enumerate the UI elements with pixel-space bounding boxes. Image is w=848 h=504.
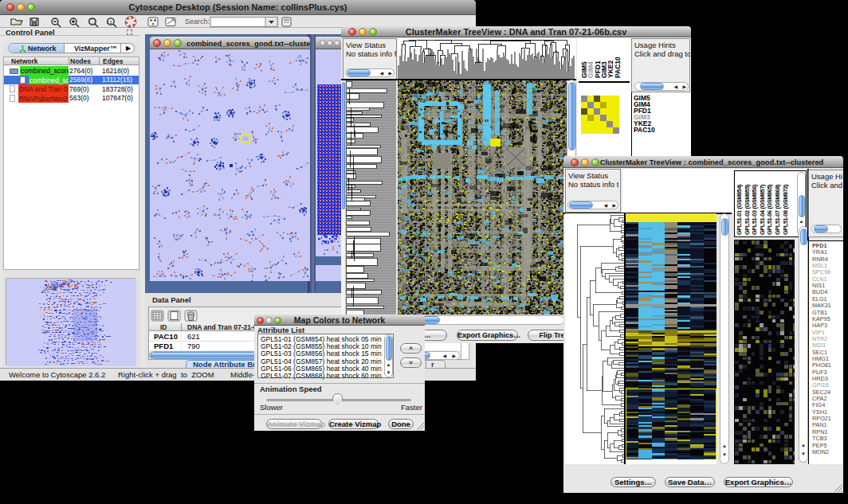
svg-text:Search:: Search: — [185, 18, 210, 25]
svg-text:1:1: 1:1 — [107, 20, 112, 25]
